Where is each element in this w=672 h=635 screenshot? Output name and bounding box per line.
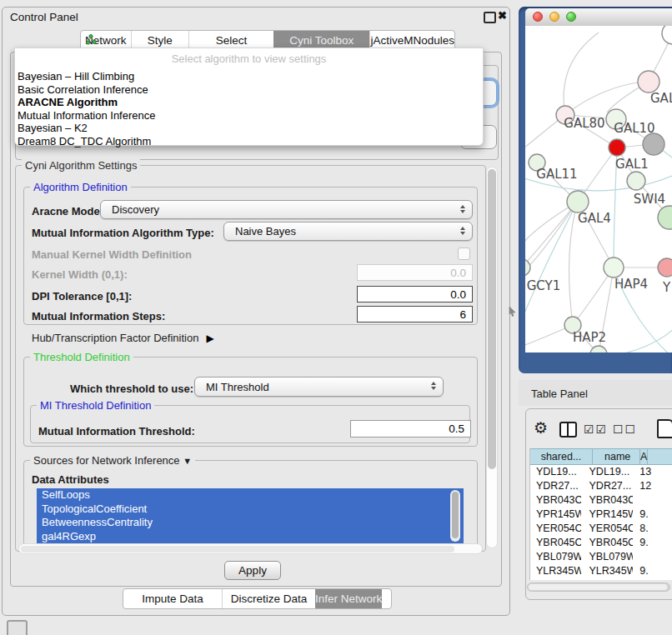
aracne-mode-select[interactable]: Discovery	[100, 200, 473, 219]
table-column-header[interactable]: A	[640, 449, 648, 464]
table-row[interactable]: YBL079W YBL079W	[530, 550, 672, 564]
network-node-label: GAL4	[578, 211, 611, 226]
desktop: Control Panel ✖ NetworkStyleSelectCyni T…	[0, 0, 672, 635]
network-node-label: GAL10	[614, 121, 654, 136]
mi-steps-field[interactable]: 6	[357, 306, 473, 322]
checked-boxes-icon[interactable]: ☑☑	[584, 422, 608, 436]
attributes-scrollbar-thumb[interactable]	[452, 492, 459, 538]
table-row[interactable]: YBR045C YBR045C 9.	[530, 536, 672, 550]
network-window-titlebar[interactable]	[525, 8, 672, 27]
column-layout-icon[interactable]	[559, 422, 577, 438]
bottom-tab[interactable]: Impute Data	[123, 589, 222, 608]
table-horizontal-thumb[interactable]	[529, 584, 667, 590]
network-node[interactable]	[658, 258, 672, 277]
document-icon[interactable]	[657, 419, 672, 438]
table-row[interactable]: YPR145W YPR145W 9.	[530, 508, 672, 522]
network-node[interactable]	[643, 133, 664, 155]
bottom-tab[interactable]: Discretize Data	[222, 589, 315, 608]
table-row[interactable]: YDR27... YDR27... 12	[530, 479, 672, 493]
settings-horizontal-thumb[interactable]	[21, 546, 454, 552]
network-node[interactable]	[627, 172, 645, 190]
table-row[interactable]: YLR345W YLR345W 9.	[530, 564, 672, 578]
table-row[interactable]: YER054C YER054C 8.	[530, 522, 672, 536]
network-node-label: GAL80	[564, 116, 604, 131]
combo-stepper-icon	[460, 227, 465, 235]
hub-definition-toggle[interactable]: Hub/Transcription Factor Definition ▶	[32, 332, 214, 344]
network-node-labels: GAL80GALGAL10GAL1GAL11SWI4GAL4GCY1HAP4YH…	[527, 91, 672, 345]
dpi-tolerance-label: DPI Tolerance [0,1]:	[32, 290, 132, 302]
network-canvas[interactable]: GAL80GALGAL10GAL1GAL11SWI4GAL4GCY1HAP4YH…	[525, 26, 672, 352]
kernel-width-label: Kernel Width (0,1):	[32, 268, 128, 281]
mi-type-select[interactable]: Naive Bayes	[223, 222, 473, 241]
mac-close-button[interactable]	[533, 12, 543, 22]
attribute-item-selected[interactable]: TopologicalCoefficient	[37, 502, 464, 517]
attribute-item-selected[interactable]: SelfLoops	[37, 488, 464, 502]
combo-stepper-icon	[431, 382, 436, 390]
network-nodes	[525, 26, 672, 352]
algorithm-option[interactable]: Basic Correlation Inference	[17, 83, 481, 97]
table-row[interactable]: YBR043C YBR043C	[530, 493, 672, 508]
network-node[interactable]	[658, 206, 672, 229]
attribute-item-selected[interactable]: BetweennessCentrality	[37, 516, 464, 530]
network-node[interactable]	[567, 191, 589, 212]
network-icon	[86, 34, 97, 45]
panel-grip-icon[interactable]	[7, 620, 28, 635]
algorithm-option[interactable]: Dream8 DC_TDC Algorithm	[17, 135, 481, 148]
chevron-down-icon: ▼	[183, 456, 192, 466]
network-node-label: GAL	[650, 91, 672, 106]
bottom-tabs: Impute DataDiscretize DataInfer Network	[123, 588, 392, 609]
close-icon[interactable]: ✖	[498, 9, 507, 22]
algorithm-list: Bayesian – Hill ClimbingBasic Correlatio…	[17, 70, 481, 148]
network-node-label: HAP2	[573, 330, 606, 345]
dpi-tolerance-field[interactable]: 0.0	[357, 286, 473, 302]
table-row[interactable]: YIL052C YIL052C 9.	[530, 578, 672, 580]
algorithm-definition-title: Algorithm Definition	[30, 181, 131, 193]
mac-minimize-button[interactable]	[549, 12, 559, 22]
network-node[interactable]	[609, 139, 625, 156]
which-threshold-label: Which threshold to use:	[70, 382, 193, 395]
settings-scrollbar-thumb[interactable]	[488, 169, 496, 469]
network-node[interactable]	[604, 258, 624, 278]
mi-threshold-field[interactable]: 0.5	[350, 420, 471, 438]
network-node[interactable]	[525, 259, 530, 276]
mi-type-label: Mutual Information Algorithm Type:	[32, 227, 214, 239]
network-node[interactable]	[662, 26, 672, 44]
dropdown-hint: Select algorithm to view settings	[15, 52, 483, 65]
algorithm-option[interactable]: Mutual Information Inference	[17, 109, 481, 122]
combo-stepper-icon	[460, 205, 465, 213]
mouse-cursor	[509, 307, 516, 317]
manual-kernel-label: Manual Kernel Width Definition	[32, 248, 192, 261]
network-node-label: Y	[662, 280, 671, 295]
algorithm-option[interactable]: Bayesian – Hill Climbing	[17, 70, 481, 83]
table-column-header[interactable]: name	[593, 449, 640, 464]
gear-icon[interactable]: ⚙	[534, 418, 548, 437]
table-row[interactable]: YDL19... YDL19... 13	[530, 465, 672, 479]
threshold-definition-title: Threshold Definition	[30, 351, 133, 363]
bottom-tab[interactable]: Infer Network	[315, 589, 382, 608]
network-node-label: GCY1	[527, 278, 561, 293]
network-node-label: GAL11	[536, 167, 577, 182]
unchecked-boxes-icon[interactable]: ☐☐	[613, 422, 637, 436]
float-window-icon[interactable]	[484, 12, 496, 23]
mac-zoom-button[interactable]	[566, 12, 576, 22]
aracne-mode-label: Aracne Mode:	[32, 205, 103, 218]
algorithm-option[interactable]: ARACNE Algorithm	[17, 96, 481, 109]
network-node-label: HAP4	[614, 277, 648, 292]
network-node-label: SWI4	[634, 192, 665, 207]
algorithm-option[interactable]: Bayesian – K2	[17, 122, 481, 135]
settings-group-title: Cyni Algorithm Settings	[22, 159, 140, 172]
mi-threshold-label: Mutual Information Threshold:	[38, 425, 195, 438]
apply-button[interactable]: Apply	[224, 561, 281, 580]
control-panel-title: Control Panel	[10, 11, 78, 23]
network-node[interactable]	[590, 346, 607, 352]
table-column-header[interactable]: shared...	[530, 449, 593, 464]
manual-kernel-checkbox[interactable]	[458, 248, 470, 260]
attribute-item-selected[interactable]: gal4RGexp	[37, 530, 464, 544]
network-node[interactable]	[638, 71, 659, 92]
mi-threshold-group-title: MI Threshold Definition	[37, 399, 154, 412]
network-node-label: GAL1	[615, 157, 649, 172]
chevron-right-icon: ▶	[206, 332, 213, 344]
sources-group-title[interactable]: Sources for Network Inference ▼	[30, 454, 195, 467]
which-threshold-select[interactable]: MI Threshold	[194, 377, 444, 397]
kernel-width-field[interactable]: 0.0	[357, 264, 473, 281]
